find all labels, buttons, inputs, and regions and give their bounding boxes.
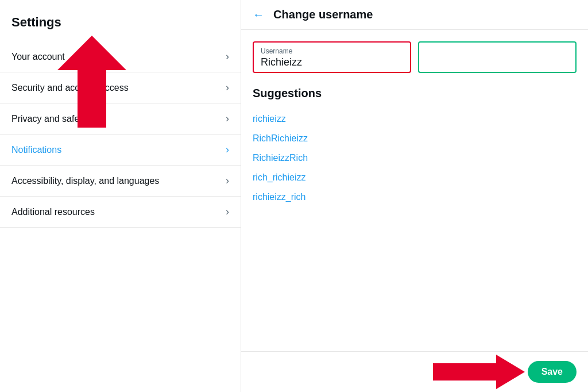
suggestions-title: Suggestions bbox=[253, 87, 577, 100]
suggestion-item[interactable]: RichRichieizz bbox=[253, 129, 577, 148]
input-row: Username bbox=[253, 41, 577, 73]
chevron-right-icon: › bbox=[226, 144, 229, 156]
page-title: Change username bbox=[273, 8, 373, 21]
chevron-right-icon: › bbox=[226, 206, 229, 218]
sidebar-item-label: Additional resources bbox=[11, 207, 95, 217]
main-header: ← Change username bbox=[241, 0, 588, 30]
username-input-group-2 bbox=[418, 41, 577, 73]
save-area: Save bbox=[241, 351, 588, 392]
sidebar-item-label: Notifications bbox=[11, 145, 61, 155]
suggestion-item[interactable]: rich_richieizz bbox=[253, 168, 577, 187]
username-input[interactable] bbox=[261, 56, 403, 68]
svg-marker-1 bbox=[433, 355, 525, 389]
sidebar-item-your-account[interactable]: Your account › bbox=[0, 41, 241, 72]
sidebar-item-accessibility[interactable]: Accessibility, display, and languages › bbox=[0, 166, 241, 197]
chevron-right-icon: › bbox=[226, 51, 229, 63]
main-body: Username Suggestions richieizz RichRichi… bbox=[241, 30, 588, 351]
chevron-right-icon: › bbox=[226, 113, 229, 125]
suggestion-item[interactable]: RichieizzRich bbox=[253, 148, 577, 168]
chevron-right-icon: › bbox=[226, 175, 229, 187]
sidebar-item-label: Your account bbox=[11, 52, 65, 62]
sidebar-item-label: Security and account access bbox=[11, 83, 129, 93]
sidebar-title: Settings bbox=[0, 6, 241, 41]
settings-sidebar: Settings Your account › Security and acc… bbox=[0, 0, 241, 392]
sidebar-item-privacy[interactable]: Privacy and safety › bbox=[0, 103, 241, 134]
suggestion-item[interactable]: richieizz bbox=[253, 109, 577, 129]
suggestion-item[interactable]: richieizz_rich bbox=[253, 187, 577, 207]
suggestions-list: richieizz RichRichieizz RichieizzRich ri… bbox=[253, 109, 577, 207]
sidebar-item-label: Accessibility, display, and languages bbox=[11, 176, 159, 186]
sidebar-item-label: Privacy and safety bbox=[11, 114, 87, 124]
sidebar-item-security[interactable]: Security and account access › bbox=[0, 72, 241, 103]
sidebar-item-additional[interactable]: Additional resources › bbox=[0, 197, 241, 228]
back-button[interactable]: ← bbox=[253, 8, 264, 21]
chevron-right-icon: › bbox=[226, 82, 229, 94]
sidebar-item-notifications[interactable]: Notifications › bbox=[0, 134, 241, 166]
red-arrow-right bbox=[433, 355, 525, 389]
main-content: ← Change username Username Suggestions r… bbox=[241, 0, 588, 392]
username-input-group: Username bbox=[253, 41, 411, 73]
save-button[interactable]: Save bbox=[528, 361, 577, 383]
username-label: Username bbox=[261, 47, 403, 55]
